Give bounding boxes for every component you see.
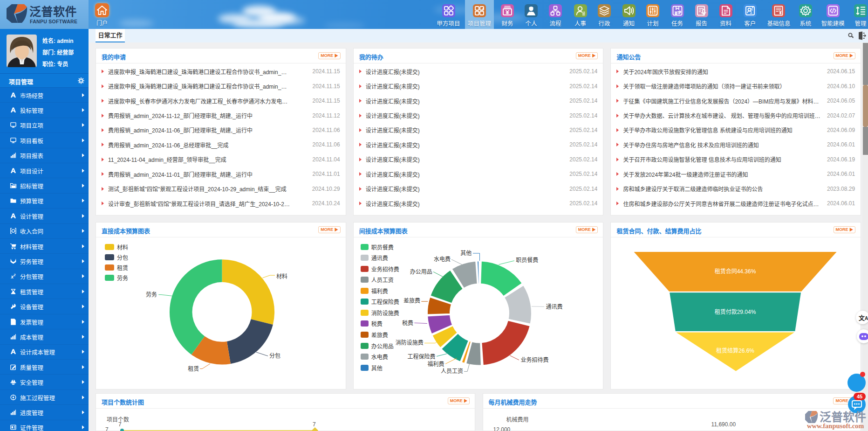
svg-text:水电费: 水电费 (434, 256, 451, 263)
svg-text:职员餐费: 职员餐费 (516, 257, 538, 264)
svg-text:税费: 税费 (402, 320, 413, 326)
svg-text:分包: 分包 (269, 353, 280, 359)
svg-text:租赁付款29.04%: 租赁付款29.04% (715, 309, 756, 315)
svg-text:人员工资: 人员工资 (441, 368, 463, 375)
svg-text:办公用品: 办公用品 (410, 268, 432, 275)
svg-text:业务招待费: 业务招待费 (520, 356, 548, 363)
svg-text:差旅费: 差旅费 (403, 298, 420, 304)
svg-text:消防设施费: 消防设施费 (395, 339, 423, 346)
svg-text:劳务: 劳务 (146, 291, 157, 298)
svg-text:租赁: 租赁 (188, 365, 199, 372)
svg-text:FANPU SOFTWARE: FANPU SOFTWARE (30, 19, 77, 24)
svg-text:工程保险费: 工程保险费 (407, 353, 435, 360)
svg-text:租赁合同44.36%: 租赁合同44.36% (715, 268, 756, 275)
svg-text:租赁结算26.6%: 租赁结算26.6% (716, 347, 754, 354)
svg-text:其他: 其他 (460, 250, 472, 257)
svg-text:通讯费: 通讯费 (546, 303, 562, 310)
svg-text:泛普软件: 泛普软件 (29, 5, 77, 18)
svg-text:泛普软件: 泛普软件 (820, 410, 866, 424)
svg-text:福利费: 福利费 (427, 360, 444, 367)
svg-text:材料: 材料 (276, 273, 287, 280)
